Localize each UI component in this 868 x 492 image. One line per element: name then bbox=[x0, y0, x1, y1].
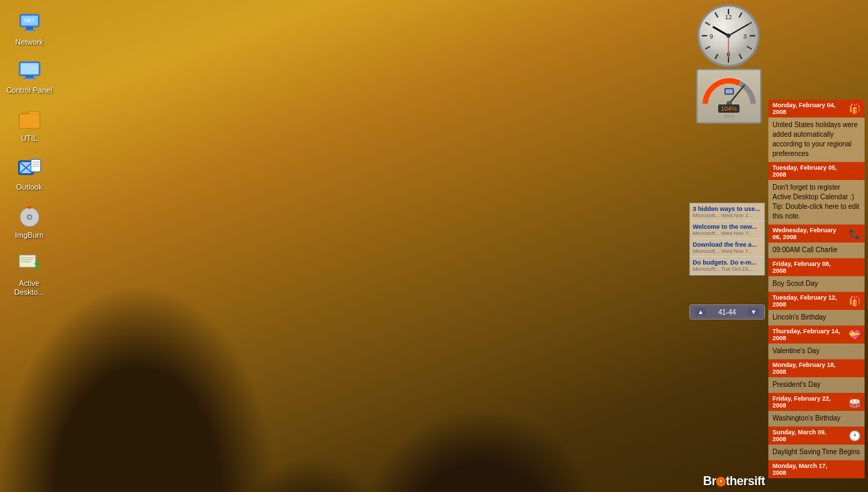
event-date-label-2: Wednesday, February 06, 2008 bbox=[772, 227, 841, 241]
event-date-label-7: Friday, February 22, 2008 bbox=[772, 395, 841, 409]
event-date-label-9: Monday, March 17, 2008 bbox=[772, 462, 841, 476]
svg-rect-8 bbox=[23, 78, 36, 79]
pagination-control: ▲ 41-44 ▼ bbox=[689, 304, 765, 320]
event-content-3: Boy Scout Day bbox=[768, 276, 865, 292]
event-date-3[interactable]: Friday, February 08, 2008 bbox=[768, 258, 865, 276]
event-date-0[interactable]: Monday, February 04, 2008🎁 bbox=[768, 100, 865, 118]
event-date-8[interactable]: Sunday, March 09, 2008🕐 bbox=[768, 427, 865, 445]
news-item-2[interactable]: Download the free a...Microsoft... Wed N… bbox=[690, 239, 764, 257]
news-item-0[interactable]: 3 hidden ways to use...Microsoft... Wed … bbox=[690, 203, 764, 221]
event-content-1: Don't forget to register Active Desktop … bbox=[768, 180, 865, 225]
gauge-svg bbox=[702, 73, 757, 107]
control-panel-label: Control Panel bbox=[6, 86, 52, 95]
event-icon-0: 🎁 bbox=[848, 102, 860, 115]
svg-rect-3 bbox=[24, 30, 35, 31]
news-title-1: Welcome to the new... bbox=[693, 223, 761, 230]
event-content-2: 09:00AM Call Charlie bbox=[768, 243, 865, 258]
news-panel: 3 hidden ways to use...Microsoft... Wed … bbox=[689, 203, 765, 276]
watermark-dot: • bbox=[716, 477, 726, 487]
network-icon: NET bbox=[16, 10, 43, 36]
outlook-label: Outlook bbox=[16, 183, 43, 192]
svg-rect-2 bbox=[26, 27, 33, 30]
event-date-9[interactable]: Monday, March 17, 2008 bbox=[768, 460, 865, 478]
util-label: UTIL bbox=[21, 134, 38, 143]
event-content-0: United States holidays were added automa… bbox=[768, 118, 865, 162]
svg-text:12: 12 bbox=[725, 14, 732, 21]
svg-point-20 bbox=[28, 216, 31, 219]
event-date-label-1: Tuesday, February 05, 2008 bbox=[772, 164, 841, 178]
desktop-icon-control-panel[interactable]: Control Panel bbox=[3, 55, 55, 98]
event-icon-2: 📞 bbox=[848, 227, 860, 240]
outlook-icon bbox=[16, 155, 43, 181]
watermark: Br•thersift bbox=[703, 474, 765, 489]
events-panel[interactable]: Monday, February 04, 2008🎁United States … bbox=[768, 100, 865, 478]
event-date-1[interactable]: Tuesday, February 05, 2008 bbox=[768, 162, 865, 180]
desktop-icon-active-desktop[interactable]: Active Deskto... bbox=[3, 248, 55, 300]
event-date-label-3: Friday, February 08, 2008 bbox=[772, 260, 841, 274]
event-date-2[interactable]: Wednesday, February 06, 2008📞 bbox=[768, 225, 865, 243]
svg-rect-9 bbox=[19, 113, 40, 128]
pagination-prev[interactable]: ▲ bbox=[694, 307, 707, 317]
news-title-2: Download the free a... bbox=[693, 241, 761, 248]
event-date-7[interactable]: Friday, February 22, 2008🥁 bbox=[768, 393, 865, 411]
pagination-next[interactable]: ▼ bbox=[747, 307, 760, 317]
util-icon bbox=[16, 106, 43, 132]
event-icon-5: 💝 bbox=[848, 328, 860, 341]
svg-text:NET: NET bbox=[24, 17, 35, 23]
gauge-percent: 39% bbox=[723, 113, 734, 120]
active-desktop-label: Active Deskto... bbox=[6, 279, 52, 297]
system-gauge-widget: 104% 39% bbox=[696, 69, 761, 124]
news-title-3: Do budgets. Do e-m... bbox=[693, 259, 761, 266]
event-date-label-6: Monday, February 18, 2008 bbox=[772, 361, 841, 375]
svg-text:3: 3 bbox=[743, 33, 746, 40]
news-item-1[interactable]: Welcome to the new...Microsoft... Wed No… bbox=[690, 221, 764, 239]
imgburn-icon bbox=[16, 203, 43, 229]
control-panel-icon bbox=[16, 58, 43, 84]
event-date-6[interactable]: Monday, February 18, 2008 bbox=[768, 359, 865, 377]
news-meta-1: Microsoft... Wed Nov 7... bbox=[693, 230, 761, 236]
svg-text:9: 9 bbox=[709, 33, 713, 40]
desktop-icon-util[interactable]: UTIL bbox=[3, 103, 55, 146]
svg-rect-7 bbox=[25, 76, 34, 78]
imgburn-label: ImgBurn bbox=[15, 231, 44, 240]
network-label: Network bbox=[15, 38, 43, 47]
event-date-label-5: Thursday, February 14, 2008 bbox=[772, 328, 841, 342]
svg-rect-21 bbox=[19, 255, 36, 267]
svg-rect-50 bbox=[726, 89, 733, 93]
active-desktop-icon bbox=[16, 251, 43, 277]
event-content-6: President's Day bbox=[768, 377, 865, 393]
desktop-icon-imgburn[interactable]: ImgBurn bbox=[3, 200, 55, 243]
event-date-label-8: Sunday, March 09, 2008 bbox=[772, 429, 841, 443]
svg-rect-6 bbox=[21, 63, 38, 74]
event-date-label-4: Tuesday, February 12, 2008 bbox=[772, 294, 841, 308]
event-date-5[interactable]: Thursday, February 14, 2008💝 bbox=[768, 326, 865, 344]
news-item-3[interactable]: Do budgets. Do e-m...Microsoft... Tue Oc… bbox=[690, 257, 764, 275]
svg-point-46 bbox=[726, 34, 731, 38]
pagination-label: 41-44 bbox=[718, 309, 736, 316]
event-content-5: Valentine's Day bbox=[768, 344, 865, 359]
event-content-7: Washington's Birthday bbox=[768, 411, 865, 427]
clock-widget: 12 3 6 9 bbox=[696, 3, 761, 69]
svg-rect-14 bbox=[31, 159, 41, 172]
event-date-label-0: Monday, February 04, 2008 bbox=[772, 102, 841, 115]
news-meta-2: Microsoft... Wed Nov 7... bbox=[693, 248, 761, 254]
desktop-icon-network[interactable]: NET Network bbox=[3, 7, 55, 49]
event-date-4[interactable]: Tuesday, February 12, 2008🎁 bbox=[768, 292, 865, 310]
event-icon-7: 🥁 bbox=[848, 396, 860, 408]
event-icon-4: 🎁 bbox=[848, 295, 860, 307]
news-meta-3: Microsoft... Tue Oct 23... bbox=[693, 266, 761, 272]
desktop-icon-outlook[interactable]: Outlook bbox=[3, 152, 55, 194]
desktop-icons-area: NET Network Control Panel UTIL Outlook I… bbox=[0, 0, 62, 492]
news-meta-0: Microsoft... Wed Nov 2... bbox=[693, 212, 761, 219]
news-title-0: 3 hidden ways to use... bbox=[693, 205, 761, 212]
gauge-label: 104% bbox=[718, 104, 739, 113]
event-content-4: Lincoln's Birthday bbox=[768, 310, 865, 326]
event-content-8: Daylight Saving Time Begins bbox=[768, 445, 865, 460]
event-icon-8: 🕐 bbox=[848, 429, 860, 442]
